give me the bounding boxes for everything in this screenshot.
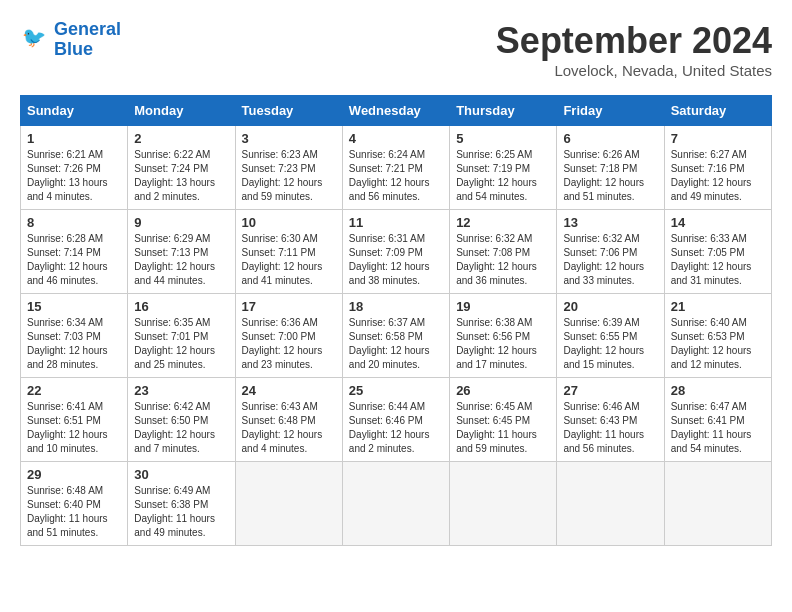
day-number: 21 — [671, 299, 765, 314]
table-row: 1Sunrise: 6:21 AM Sunset: 7:26 PM Daylig… — [21, 126, 128, 210]
month-title: September 2024 — [496, 20, 772, 62]
col-thursday: Thursday — [450, 96, 557, 126]
day-info: Sunrise: 6:28 AM Sunset: 7:14 PM Dayligh… — [27, 232, 121, 288]
calendar-header-row: Sunday Monday Tuesday Wednesday Thursday… — [21, 96, 772, 126]
day-info: Sunrise: 6:34 AM Sunset: 7:03 PM Dayligh… — [27, 316, 121, 372]
table-row: 14Sunrise: 6:33 AM Sunset: 7:05 PM Dayli… — [664, 210, 771, 294]
table-row — [342, 462, 449, 546]
day-number: 24 — [242, 383, 336, 398]
logo-line2: Blue — [54, 39, 93, 59]
col-sunday: Sunday — [21, 96, 128, 126]
day-info: Sunrise: 6:23 AM Sunset: 7:23 PM Dayligh… — [242, 148, 336, 204]
day-number: 22 — [27, 383, 121, 398]
day-info: Sunrise: 6:45 AM Sunset: 6:45 PM Dayligh… — [456, 400, 550, 456]
day-number: 11 — [349, 215, 443, 230]
table-row: 21Sunrise: 6:40 AM Sunset: 6:53 PM Dayli… — [664, 294, 771, 378]
table-row: 18Sunrise: 6:37 AM Sunset: 6:58 PM Dayli… — [342, 294, 449, 378]
table-row: 8Sunrise: 6:28 AM Sunset: 7:14 PM Daylig… — [21, 210, 128, 294]
day-info: Sunrise: 6:44 AM Sunset: 6:46 PM Dayligh… — [349, 400, 443, 456]
day-number: 14 — [671, 215, 765, 230]
title-area: September 2024 Lovelock, Nevada, United … — [496, 20, 772, 79]
day-number: 4 — [349, 131, 443, 146]
table-row: 29Sunrise: 6:48 AM Sunset: 6:40 PM Dayli… — [21, 462, 128, 546]
day-number: 3 — [242, 131, 336, 146]
table-row — [450, 462, 557, 546]
table-row: 26Sunrise: 6:45 AM Sunset: 6:45 PM Dayli… — [450, 378, 557, 462]
day-info: Sunrise: 6:48 AM Sunset: 6:40 PM Dayligh… — [27, 484, 121, 540]
calendar-week-row: 15Sunrise: 6:34 AM Sunset: 7:03 PM Dayli… — [21, 294, 772, 378]
day-number: 15 — [27, 299, 121, 314]
table-row: 24Sunrise: 6:43 AM Sunset: 6:48 PM Dayli… — [235, 378, 342, 462]
day-info: Sunrise: 6:47 AM Sunset: 6:41 PM Dayligh… — [671, 400, 765, 456]
day-info: Sunrise: 6:24 AM Sunset: 7:21 PM Dayligh… — [349, 148, 443, 204]
day-info: Sunrise: 6:40 AM Sunset: 6:53 PM Dayligh… — [671, 316, 765, 372]
table-row: 5Sunrise: 6:25 AM Sunset: 7:19 PM Daylig… — [450, 126, 557, 210]
table-row: 28Sunrise: 6:47 AM Sunset: 6:41 PM Dayli… — [664, 378, 771, 462]
table-row: 17Sunrise: 6:36 AM Sunset: 7:00 PM Dayli… — [235, 294, 342, 378]
day-info: Sunrise: 6:30 AM Sunset: 7:11 PM Dayligh… — [242, 232, 336, 288]
calendar-week-row: 22Sunrise: 6:41 AM Sunset: 6:51 PM Dayli… — [21, 378, 772, 462]
table-row: 27Sunrise: 6:46 AM Sunset: 6:43 PM Dayli… — [557, 378, 664, 462]
calendar-table: Sunday Monday Tuesday Wednesday Thursday… — [20, 95, 772, 546]
day-info: Sunrise: 6:31 AM Sunset: 7:09 PM Dayligh… — [349, 232, 443, 288]
day-info: Sunrise: 6:22 AM Sunset: 7:24 PM Dayligh… — [134, 148, 228, 204]
table-row — [557, 462, 664, 546]
col-saturday: Saturday — [664, 96, 771, 126]
day-number: 8 — [27, 215, 121, 230]
day-info: Sunrise: 6:25 AM Sunset: 7:19 PM Dayligh… — [456, 148, 550, 204]
logo: 🐦 General Blue — [20, 20, 121, 60]
table-row: 11Sunrise: 6:31 AM Sunset: 7:09 PM Dayli… — [342, 210, 449, 294]
table-row: 9Sunrise: 6:29 AM Sunset: 7:13 PM Daylig… — [128, 210, 235, 294]
table-row: 6Sunrise: 6:26 AM Sunset: 7:18 PM Daylig… — [557, 126, 664, 210]
table-row: 7Sunrise: 6:27 AM Sunset: 7:16 PM Daylig… — [664, 126, 771, 210]
logo-text: General Blue — [54, 20, 121, 60]
col-friday: Friday — [557, 96, 664, 126]
day-info: Sunrise: 6:26 AM Sunset: 7:18 PM Dayligh… — [563, 148, 657, 204]
day-number: 5 — [456, 131, 550, 146]
day-info: Sunrise: 6:29 AM Sunset: 7:13 PM Dayligh… — [134, 232, 228, 288]
day-info: Sunrise: 6:36 AM Sunset: 7:00 PM Dayligh… — [242, 316, 336, 372]
table-row: 3Sunrise: 6:23 AM Sunset: 7:23 PM Daylig… — [235, 126, 342, 210]
day-info: Sunrise: 6:43 AM Sunset: 6:48 PM Dayligh… — [242, 400, 336, 456]
day-info: Sunrise: 6:42 AM Sunset: 6:50 PM Dayligh… — [134, 400, 228, 456]
table-row: 20Sunrise: 6:39 AM Sunset: 6:55 PM Dayli… — [557, 294, 664, 378]
day-number: 28 — [671, 383, 765, 398]
day-number: 26 — [456, 383, 550, 398]
header: 🐦 General Blue September 2024 Lovelock, … — [20, 20, 772, 79]
col-monday: Monday — [128, 96, 235, 126]
day-info: Sunrise: 6:38 AM Sunset: 6:56 PM Dayligh… — [456, 316, 550, 372]
day-info: Sunrise: 6:21 AM Sunset: 7:26 PM Dayligh… — [27, 148, 121, 204]
day-number: 27 — [563, 383, 657, 398]
day-info: Sunrise: 6:35 AM Sunset: 7:01 PM Dayligh… — [134, 316, 228, 372]
calendar-week-row: 8Sunrise: 6:28 AM Sunset: 7:14 PM Daylig… — [21, 210, 772, 294]
col-wednesday: Wednesday — [342, 96, 449, 126]
location-title: Lovelock, Nevada, United States — [496, 62, 772, 79]
day-number: 17 — [242, 299, 336, 314]
day-number: 16 — [134, 299, 228, 314]
table-row: 2Sunrise: 6:22 AM Sunset: 7:24 PM Daylig… — [128, 126, 235, 210]
day-number: 23 — [134, 383, 228, 398]
table-row — [664, 462, 771, 546]
day-info: Sunrise: 6:32 AM Sunset: 7:08 PM Dayligh… — [456, 232, 550, 288]
table-row: 10Sunrise: 6:30 AM Sunset: 7:11 PM Dayli… — [235, 210, 342, 294]
day-info: Sunrise: 6:33 AM Sunset: 7:05 PM Dayligh… — [671, 232, 765, 288]
day-number: 9 — [134, 215, 228, 230]
logo-line1: General — [54, 19, 121, 39]
table-row: 15Sunrise: 6:34 AM Sunset: 7:03 PM Dayli… — [21, 294, 128, 378]
day-number: 20 — [563, 299, 657, 314]
day-number: 12 — [456, 215, 550, 230]
table-row: 16Sunrise: 6:35 AM Sunset: 7:01 PM Dayli… — [128, 294, 235, 378]
table-row: 25Sunrise: 6:44 AM Sunset: 6:46 PM Dayli… — [342, 378, 449, 462]
table-row: 30Sunrise: 6:49 AM Sunset: 6:38 PM Dayli… — [128, 462, 235, 546]
table-row: 4Sunrise: 6:24 AM Sunset: 7:21 PM Daylig… — [342, 126, 449, 210]
day-info: Sunrise: 6:37 AM Sunset: 6:58 PM Dayligh… — [349, 316, 443, 372]
day-info: Sunrise: 6:32 AM Sunset: 7:06 PM Dayligh… — [563, 232, 657, 288]
col-tuesday: Tuesday — [235, 96, 342, 126]
day-number: 19 — [456, 299, 550, 314]
day-number: 10 — [242, 215, 336, 230]
table-row — [235, 462, 342, 546]
table-row: 22Sunrise: 6:41 AM Sunset: 6:51 PM Dayli… — [21, 378, 128, 462]
table-row: 23Sunrise: 6:42 AM Sunset: 6:50 PM Dayli… — [128, 378, 235, 462]
table-row: 13Sunrise: 6:32 AM Sunset: 7:06 PM Dayli… — [557, 210, 664, 294]
day-number: 2 — [134, 131, 228, 146]
